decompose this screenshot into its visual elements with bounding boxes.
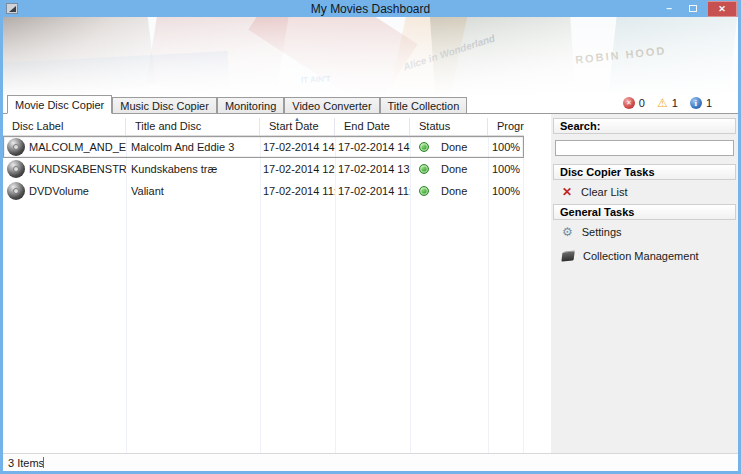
start-date-cell: 17-02-2014 12:54:30 [260,163,335,175]
column-header-status[interactable]: Status [410,118,488,135]
warning-count-value: 1 [672,97,678,109]
info-icon [690,97,702,109]
start-date-cell: 17-02-2014 14:30:29 [260,141,335,153]
column-header-end-date[interactable]: End Date [335,118,410,135]
column-header-disc-label[interactable]: Disc Label [3,118,126,135]
clear-list-label: Clear List [581,186,627,198]
info-count[interactable]: 1 [690,97,712,109]
disc-label-text: KUNDSKABENSTRAE_DVD [29,163,126,175]
info-count-value: 1 [706,97,712,109]
status-done-icon [419,186,429,196]
warning-icon: ⚠ [657,97,668,109]
listview-header: Disc Label Title and Disc ▲ Start Date E… [3,118,524,136]
notification-area: 0 ⚠ 1 1 [623,97,712,109]
end-date-cell: 17-02-2014 13:15:12 [335,163,410,175]
tab-music-disc-copier[interactable]: Music Disc Copier [112,97,217,113]
movie-poster-banner: Alice in Wonderland ROBIN HOOD IT AIN'T [3,17,738,95]
status-bar: 3 Items [3,453,738,471]
collection-management-label: Collection Management [583,250,699,262]
section-header-disc-copier-tasks: Disc Copier Tasks [553,164,736,180]
main-area: Disc Label Title and Disc ▲ Start Date E… [3,114,738,453]
end-date-cell: 17-02-2014 11:47:37 [335,185,410,197]
maximize-icon [689,5,697,12]
title-cell: Valiant [126,185,260,197]
statusbar-splitter[interactable] [43,457,44,468]
status-text: Done [441,185,467,197]
items-count: 3 Items [8,457,44,469]
column-header-progress[interactable]: Progress [488,118,524,135]
tab-title-collection[interactable]: Title Collection [380,97,468,113]
window-title: My Movies Dashboard [0,2,741,16]
error-count[interactable]: 0 [623,97,645,109]
table-row[interactable]: DVDVolume Valiant 17-02-2014 11:31:12 17… [3,180,524,202]
status-text: Done [441,163,467,175]
error-count-value: 0 [639,97,645,109]
settings-button[interactable]: ⚙ Settings [553,220,736,244]
status-cell: Done [410,141,488,153]
title-cell: Malcolm And Eddie 3 [126,141,260,153]
disc-label-cell: DVDVolume [3,182,126,200]
list-area: Disc Label Title and Disc ▲ Start Date E… [3,114,551,453]
copy-jobs-listview: Disc Label Title and Disc ▲ Start Date E… [3,118,524,453]
window-content: Alice in Wonderland ROBIN HOOD IT AIN'T … [3,17,738,471]
column-header-title-and-disc[interactable]: Title and Disc [126,118,260,135]
disc-label-cell: KUNDSKABENSTRAE_DVD [3,160,126,178]
clear-list-button[interactable]: ✕ Clear List [553,180,736,204]
tab-monitoring[interactable]: Monitoring [217,97,284,113]
status-done-icon [419,142,429,152]
progress-cell: 100% [488,141,524,153]
banner-fade-overlay [3,17,738,95]
end-date-cell: 17-02-2014 14:50:40 [335,141,410,153]
disc-icon [7,160,25,178]
close-button[interactable]: ✕ [707,1,737,17]
section-header-general-tasks: General Tasks [553,204,736,220]
search-input[interactable] [555,140,734,156]
search-header: Search: [553,118,736,134]
gear-icon: ⚙ [562,226,573,238]
disc-label-text: DVDVolume [29,185,89,197]
disc-label-text: MALCOLM_AND_EDDIE_3 [29,141,126,153]
settings-label: Settings [582,226,622,238]
collection-icon [561,251,574,261]
tab-movie-disc-copier[interactable]: Movie Disc Copier [7,95,112,114]
start-date-cell: 17-02-2014 11:31:12 [260,185,335,197]
listview-rows: MALCOLM_AND_EDDIE_3 Malcolm And Eddie 3 … [3,136,524,202]
warning-count[interactable]: ⚠ 1 [657,97,678,109]
progress-cell: 100% [488,185,524,197]
task-sidebar: Search: Disc Copier Tasks ✕ Clear List G… [551,114,738,453]
app-window: My Movies Dashboard – ✕ Alice in Wonderl… [0,0,741,474]
status-done-icon [419,164,429,174]
progress-cell: 100% [488,163,524,175]
minimize-button[interactable]: – [659,1,679,16]
status-cell: Done [410,163,488,175]
error-icon [623,97,635,109]
status-text: Done [441,141,467,153]
table-row[interactable]: KUNDSKABENSTRAE_DVD Kundskabens træ 17-0… [3,158,524,180]
clear-list-icon: ✕ [562,187,572,198]
title-cell: Kundskabens træ [126,163,260,175]
disc-icon [7,182,25,200]
disc-icon [7,138,25,156]
titlebar: My Movies Dashboard – ✕ [0,0,741,17]
column-header-start-date[interactable]: ▲ Start Date [260,118,335,135]
table-row[interactable]: MALCOLM_AND_EDDIE_3 Malcolm And Eddie 3 … [3,136,524,158]
tab-strip: Movie Disc Copier Music Disc Copier Moni… [3,95,738,114]
disc-label-cell: MALCOLM_AND_EDDIE_3 [3,138,126,156]
collection-management-button[interactable]: Collection Management [553,244,736,268]
status-cell: Done [410,185,488,197]
sort-ascending-icon: ▲ [294,118,300,122]
tab-video-converter[interactable]: Video Converter [284,97,379,113]
maximize-button[interactable] [683,1,703,16]
